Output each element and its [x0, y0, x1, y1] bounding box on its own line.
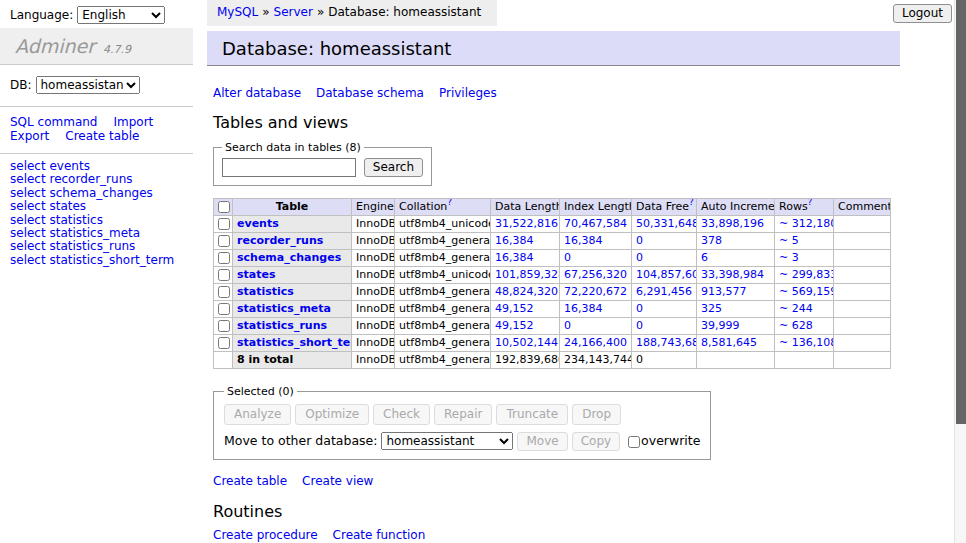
overwrite-checkbox[interactable] [628, 436, 640, 448]
auto-increment-link[interactable]: 6 [701, 251, 708, 264]
table-name-link[interactable]: states [237, 268, 276, 281]
table-name-link[interactable]: events [237, 217, 279, 230]
table-name-link[interactable]: statistics_short_term [237, 336, 352, 349]
rows-count-link[interactable]: ~ 244 [779, 302, 813, 315]
data-length-link[interactable]: 10,502,144 [495, 336, 558, 349]
data-length-link[interactable]: 16,384 [495, 251, 534, 264]
rows-count-link[interactable]: ~ 3 [779, 251, 799, 264]
truncate-button[interactable]: Truncate [496, 404, 568, 425]
create-table-link[interactable]: Create table [213, 474, 287, 488]
select-all-checkbox[interactable] [218, 201, 230, 213]
data-length-link[interactable]: 49,152 [495, 319, 534, 332]
row-checkbox[interactable] [218, 303, 230, 315]
move-db-select[interactable]: homeassistant [381, 432, 513, 450]
row-checkbox[interactable] [218, 286, 230, 298]
auto-increment-link[interactable]: 913,577 [701, 285, 747, 298]
sidebar-table-link[interactable]: select statistics_runs [10, 239, 135, 253]
sidebar-table-link[interactable]: select schema_changes [10, 186, 153, 200]
column-help-link[interactable]: ? [808, 199, 813, 208]
data-length-link[interactable]: 16,384 [495, 234, 534, 247]
sidebar-menu: SQL commandImportExportCreate table [0, 107, 193, 154]
index-length-cell: 0 [560, 250, 632, 267]
column-help-link[interactable]: ? [447, 199, 452, 208]
index-length-link[interactable]: 16,384 [564, 234, 603, 247]
sidebar-link-sql-command[interactable]: SQL command [10, 115, 97, 129]
data-free-link[interactable]: 50,331,648 [636, 217, 697, 230]
sidebar-table-link[interactable]: select events [10, 159, 90, 173]
index-length-link[interactable]: 70,467,584 [564, 217, 627, 230]
tables-heading: Tables and views [213, 113, 955, 132]
create-view-link[interactable]: Create view [302, 474, 373, 488]
data-length-link[interactable]: 48,824,320 [495, 285, 558, 298]
copy-button[interactable]: Copy [572, 432, 620, 451]
auto-increment-link[interactable]: 33,898,196 [701, 217, 764, 230]
move-button[interactable]: Move [517, 432, 567, 451]
table-name-link[interactable]: statistics_meta [237, 302, 331, 315]
row-checkbox[interactable] [218, 235, 230, 247]
sidebar-table-link[interactable]: select recorder_runs [10, 172, 133, 186]
table-name-link[interactable]: statistics [237, 285, 294, 298]
search-button[interactable]: Search [364, 158, 423, 177]
sidebar-link-import[interactable]: Import [113, 115, 153, 129]
auto-increment-link[interactable]: 33,398,984 [701, 268, 764, 281]
rows-count-link[interactable]: ~ 5 [779, 234, 799, 247]
drop-button[interactable]: Drop [572, 404, 621, 425]
analyze-button[interactable]: Analyze [224, 404, 291, 425]
index-length-link[interactable]: 0 [564, 251, 571, 264]
language-select[interactable]: English [77, 6, 165, 24]
rows-count-link[interactable]: ~ 299,833 [779, 268, 834, 281]
auto-increment-link[interactable]: 325 [701, 302, 722, 315]
index-length-link[interactable]: 24,166,400 [564, 336, 627, 349]
data-length-link[interactable]: 101,859,328 [495, 268, 560, 281]
row-checkbox[interactable] [218, 320, 230, 332]
breadcrumb-server-link[interactable]: Server [274, 5, 313, 19]
rows-count-link[interactable]: ~ 312,180 [779, 217, 834, 230]
search-input[interactable] [222, 158, 356, 177]
table-name-link[interactable]: recorder_runs [237, 234, 323, 247]
database-schema-link[interactable]: Database schema [316, 86, 424, 100]
scrollbar[interactable] [954, 0, 966, 543]
repair-button[interactable]: Repair [434, 404, 492, 425]
data-free-link[interactable]: 0 [636, 234, 643, 247]
alter-database-link[interactable]: Alter database [213, 86, 301, 100]
row-checkbox[interactable] [218, 337, 230, 349]
data-length-link[interactable]: 49,152 [495, 302, 534, 315]
optimize-button[interactable]: Optimize [295, 404, 369, 425]
data-free-link[interactable]: 104,857,600 [636, 268, 697, 281]
create-procedure-link[interactable]: Create procedure [213, 528, 318, 542]
index-length-link[interactable]: 0 [564, 319, 571, 332]
sidebar-table-link[interactable]: select states [10, 199, 86, 213]
rows-count-link[interactable]: ~ 136,108 [779, 336, 834, 349]
data-free-link[interactable]: 0 [636, 319, 643, 332]
db-select[interactable]: homeassistant [36, 76, 140, 94]
sidebar-table-link[interactable]: select statistics_short_term [10, 253, 174, 267]
auto-increment-link[interactable]: 378 [701, 234, 722, 247]
sidebar-link-export[interactable]: Export [10, 129, 49, 143]
scrollbar-thumb[interactable] [956, 0, 966, 424]
data-free-link[interactable]: 6,291,456 [636, 285, 692, 298]
sidebar-table-link[interactable]: select statistics [10, 213, 103, 227]
index-length-link[interactable]: 16,384 [564, 302, 603, 315]
table-name-link[interactable]: statistics_runs [237, 319, 327, 332]
check-button[interactable]: Check [373, 404, 430, 425]
sidebar-table-link[interactable]: select statistics_meta [10, 226, 140, 240]
data-free-link[interactable]: 0 [636, 302, 643, 315]
breadcrumb-mysql-link[interactable]: MySQL [217, 5, 258, 19]
data-free-link[interactable]: 188,743,680 [636, 336, 697, 349]
create-function-link[interactable]: Create function [333, 528, 426, 542]
rows-count-link[interactable]: ~ 628 [779, 319, 813, 332]
data-free-link[interactable]: 0 [636, 251, 643, 264]
privileges-link[interactable]: Privileges [439, 86, 497, 100]
column-help-link[interactable]: ? [689, 199, 694, 208]
rows-count-link[interactable]: ~ 569,159 [779, 285, 834, 298]
auto-increment-link[interactable]: 39,999 [701, 319, 740, 332]
data-length-link[interactable]: 31,522,816 [495, 217, 558, 230]
row-checkbox[interactable] [218, 269, 230, 281]
row-checkbox[interactable] [218, 218, 230, 230]
row-checkbox[interactable] [218, 252, 230, 264]
sidebar-link-create-table[interactable]: Create table [65, 129, 139, 143]
auto-increment-link[interactable]: 8,581,645 [701, 336, 757, 349]
table-name-link[interactable]: schema_changes [237, 251, 341, 264]
index-length-link[interactable]: 72,220,672 [564, 285, 627, 298]
index-length-link[interactable]: 67,256,320 [564, 268, 627, 281]
